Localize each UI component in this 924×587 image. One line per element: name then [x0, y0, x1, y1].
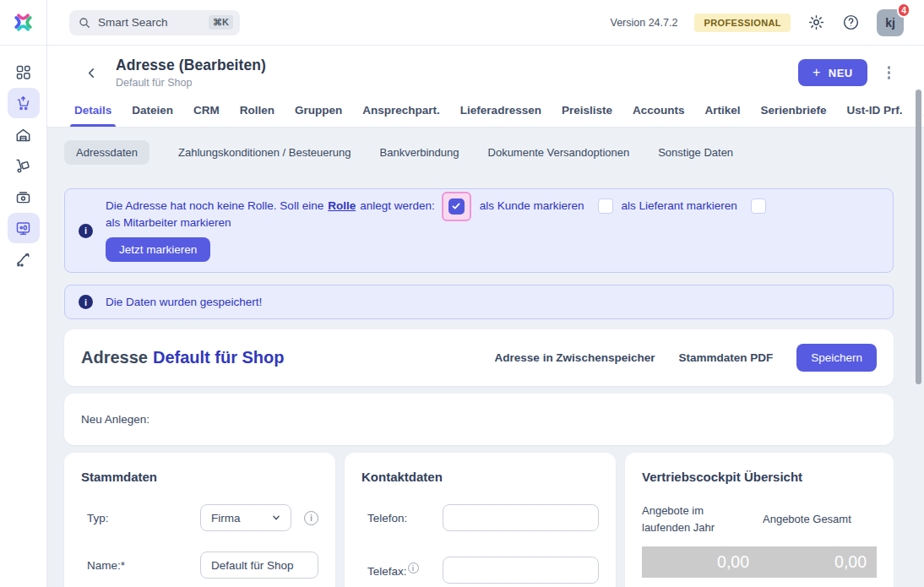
lieferant-checkbox[interactable] — [598, 198, 613, 214]
tab-serienbriefe[interactable]: Serienbriefe — [761, 104, 827, 127]
tab-accounts[interactable]: Accounts — [633, 104, 685, 127]
angebote-labels: Angebote im laufenden Jahr Angebote Gesa… — [642, 503, 877, 536]
telefon-input[interactable] — [443, 504, 599, 531]
stammdaten-pdf-link[interactable]: Stammdaten PDF — [678, 351, 773, 364]
kontaktdaten-card: Kontaktdaten Telefon: Telefax:i — [345, 453, 616, 587]
typ-label: Typ: — [81, 512, 200, 524]
new-button-label: NEU — [829, 67, 853, 79]
check-icon — [451, 201, 461, 211]
tab-gruppen[interactable]: Gruppen — [295, 104, 342, 127]
tab-bar: Details Dateien CRM Rollen Gruppen Anspr… — [47, 94, 924, 128]
vertriebscockpit-title: Vertriebscockpit Übersicht — [642, 470, 877, 484]
mitarbeiter-checkbox[interactable] — [751, 198, 766, 214]
warehouse-icon — [14, 126, 32, 144]
tab-dateien[interactable]: Dateien — [132, 104, 173, 127]
angebote-gesamt-value: 0,00 — [759, 552, 877, 572]
topbar: ⌘K Version 24.7.2 PROFESSIONAL kj 4 — [0, 0, 924, 46]
role-banner-text: Die Adresse hat noch keine Rolle. Soll e… — [106, 198, 323, 215]
save-button[interactable]: Speichern — [796, 344, 877, 372]
address-title-name: Default für Shop — [153, 348, 285, 367]
xentral-logo-icon — [12, 11, 35, 34]
saved-banner: i Die Daten wurden gespeichert! — [64, 285, 894, 319]
subtab-adressdaten[interactable]: Adressdaten — [64, 140, 149, 165]
sidebar-item-sales[interactable] — [8, 88, 40, 118]
name-row: Name:* — [81, 552, 318, 579]
kunde-checkbox[interactable] — [448, 198, 465, 215]
content-area: Adressdaten Zahlungskonditionen / Besteu… — [47, 128, 924, 587]
telefon-row: Telefon: — [361, 504, 599, 531]
neu-anlegen-card: Neu Anlegen: — [64, 394, 894, 445]
sidebar-item-warehouse[interactable] — [8, 119, 40, 149]
tab-preisliste[interactable]: Preisliste — [562, 104, 612, 127]
role-banner: i Die Adresse hat noch keine Rolle. Soll… — [64, 188, 894, 273]
address-title: AdresseDefault für Shop — [81, 348, 284, 367]
cart-up-icon — [14, 95, 32, 112]
jetzt-markieren-button[interactable]: Jetzt markieren — [106, 237, 210, 262]
help-button[interactable] — [842, 14, 860, 31]
angebote-jahr-value: 0,00 — [642, 552, 759, 572]
vertical-scrollbar[interactable] — [916, 90, 921, 384]
sidebar-item-analytics[interactable] — [8, 244, 40, 274]
kontaktdaten-title: Kontaktdaten — [361, 470, 599, 484]
settings-button[interactable] — [807, 14, 825, 31]
form-cards-row: Stammdaten Typ: Firma i Name:* — [64, 453, 894, 587]
name-label: Name:* — [81, 559, 200, 572]
user-menu: kj 4 — [877, 9, 904, 36]
tab-rollen[interactable]: Rollen — [240, 104, 274, 127]
gear-icon — [807, 14, 825, 31]
lieferant-checkbox-label: als Lieferant markieren — [622, 198, 737, 215]
tab-ust-id-prf[interactable]: Ust-ID Prf. — [847, 104, 903, 127]
telefax-label-text: Telefax: — [367, 565, 407, 578]
search-icon — [78, 16, 91, 30]
subtab-dokumente-versandoptionen[interactable]: Dokumente Versandoptionen — [488, 146, 630, 159]
sidebar-item-logistics[interactable] — [8, 150, 40, 181]
topbar-right: Version 24.7.2 PROFESSIONAL kj 4 — [610, 9, 904, 36]
new-button[interactable]: + NEU — [798, 59, 867, 86]
info-icon: i — [79, 295, 93, 309]
sidebar-item-finance[interactable] — [8, 182, 40, 212]
name-input[interactable] — [200, 552, 318, 579]
kunde-checkbox-label: als Kunde markieren — [480, 198, 584, 215]
notification-badge: 4 — [897, 3, 910, 18]
subtab-bankverbindung[interactable]: Bankverbindung — [380, 146, 459, 159]
subtab-zahlungskonditionen[interactable]: Zahlungskonditionen / Besteuerung — [178, 146, 351, 159]
saved-banner-text: Die Daten wurden gespeichert! — [106, 296, 262, 308]
typ-info-icon[interactable]: i — [304, 511, 318, 525]
title-block: Adresse (Bearbeiten) Default für Shop — [116, 57, 266, 89]
chevron-down-icon — [270, 512, 282, 524]
sidebar-item-dashboard[interactable] — [8, 57, 40, 87]
tab-ansprechpart[interactable]: Ansprechpart. — [362, 104, 440, 127]
plan-badge: PROFESSIONAL — [694, 14, 791, 32]
back-button[interactable] — [84, 66, 99, 80]
vertriebscockpit-card: Vertriebscockpit Übersicht Angebote im l… — [625, 453, 894, 587]
clipboard-link[interactable]: Adresse in Zwischenspeicher — [495, 351, 655, 364]
stammdaten-title: Stammdaten — [81, 470, 318, 484]
dashboard-grid-icon — [14, 63, 32, 81]
header-actions: + NEU — [798, 59, 894, 86]
tab-details[interactable]: Details — [74, 104, 111, 127]
subtab-sonstige-daten[interactable]: Sonstige Daten — [658, 146, 733, 159]
page-subtitle: Default für Shop — [116, 77, 266, 89]
tab-lieferadressen[interactable]: Lieferadressen — [460, 104, 541, 127]
rolle-link[interactable]: Rolle — [328, 198, 356, 215]
hand-truck-icon — [14, 157, 32, 175]
tab-crm[interactable]: CRM — [193, 104, 220, 127]
angebote-gesamt-label: Angebote Gesamt — [763, 511, 877, 528]
topbar-main: ⌘K Version 24.7.2 PROFESSIONAL kj 4 — [47, 0, 924, 45]
telefax-input[interactable] — [443, 557, 599, 584]
sidebar-item-pos[interactable] — [8, 213, 40, 243]
typ-select[interactable]: Firma — [200, 504, 291, 531]
plus-icon: + — [813, 66, 821, 79]
mitarbeiter-checkbox-label: als Mitarbeiter markieren — [106, 215, 231, 231]
app-logo[interactable] — [0, 0, 47, 45]
more-menu-button[interactable] — [884, 63, 894, 83]
angebote-values-bar: 0,00 0,00 — [642, 546, 877, 578]
telefax-info-icon[interactable]: i — [408, 563, 419, 573]
angebote-jahr-label: Angebote im laufenden Jahr — [642, 503, 726, 536]
typ-row: Typ: Firma i — [81, 504, 318, 531]
role-banner-line: Die Adresse hat noch keine Rolle. Soll e… — [106, 198, 879, 231]
smart-search[interactable]: ⌘K — [69, 10, 240, 35]
search-input[interactable] — [98, 16, 202, 29]
chevron-left-icon — [84, 66, 99, 80]
tab-artikel[interactable]: Artikel — [704, 104, 740, 127]
